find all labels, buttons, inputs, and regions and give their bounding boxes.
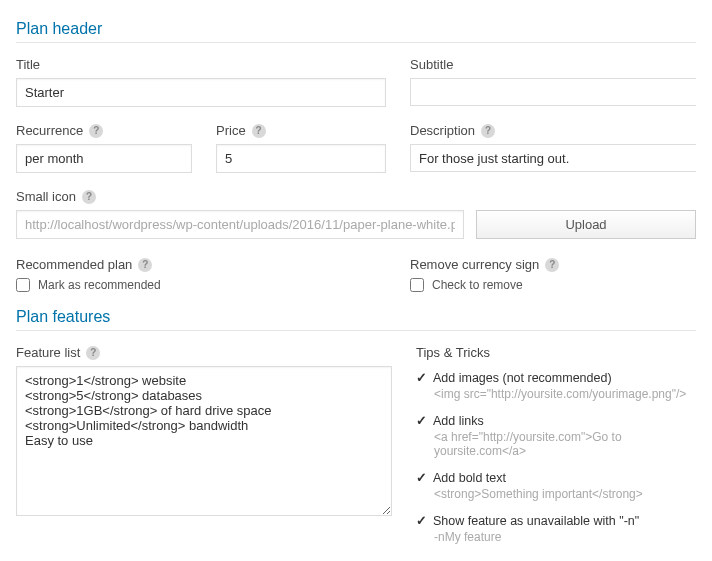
tip-code: <strong>Something important</strong> [416,487,696,501]
tip-head: Show feature as unavailable with "-n" [416,513,696,528]
tip-code: -nMy feature [416,530,696,544]
tips-title: Tips & Tricks [416,345,696,360]
recommended-checkbox-row[interactable]: Mark as recommended [16,278,386,292]
small-icon-label: Small icon? [16,189,696,204]
remove-currency-checkbox-row[interactable]: Check to remove [410,278,696,292]
remove-currency-checkbox-label: Check to remove [432,278,523,292]
recommended-checkbox-label: Mark as recommended [38,278,161,292]
price-label: Price? [216,123,386,138]
tip-code: <img src="http://yoursite.com/yourimage.… [416,387,696,401]
help-icon[interactable]: ? [545,258,559,272]
help-icon[interactable]: ? [252,124,266,138]
upload-button[interactable]: Upload [476,210,696,239]
remove-currency-label: Remove currency sign? [410,257,696,272]
help-icon[interactable]: ? [89,124,103,138]
help-icon[interactable]: ? [86,346,100,360]
title-label: Title [16,57,386,72]
feature-list-label: Feature list? [16,345,392,360]
title-input[interactable] [16,78,386,107]
tip-item: Show feature as unavailable with "-n" -n… [416,513,696,544]
section-plan-header: Plan header [16,20,696,38]
divider [16,330,696,331]
price-input[interactable] [216,144,386,173]
tip-item: Add images (not recommended) <img src="h… [416,370,696,401]
help-icon[interactable]: ? [138,258,152,272]
tip-item: Add links <a href="http://yoursite.com">… [416,413,696,458]
section-plan-features: Plan features [16,308,696,326]
recommended-checkbox[interactable] [16,278,30,292]
tip-item: Add bold text <strong>Something importan… [416,470,696,501]
tip-head: Add links [416,413,696,428]
subtitle-label: Subtitle [410,57,696,72]
description-input[interactable]: For those just starting out. [410,144,696,172]
remove-currency-checkbox[interactable] [410,278,424,292]
small-icon-input[interactable] [16,210,464,239]
recurrence-label: Recurrence? [16,123,192,138]
description-label: Description? [410,123,696,138]
recurrence-input[interactable] [16,144,192,173]
help-icon[interactable]: ? [481,124,495,138]
subtitle-input[interactable] [410,78,696,106]
tip-head: Add images (not recommended) [416,370,696,385]
feature-list-textarea[interactable] [16,366,392,516]
divider [16,42,696,43]
help-icon[interactable]: ? [82,190,96,204]
tip-head: Add bold text [416,470,696,485]
tip-code: <a href="http://yoursite.com">Go to your… [416,430,696,458]
recommended-label: Recommended plan? [16,257,386,272]
